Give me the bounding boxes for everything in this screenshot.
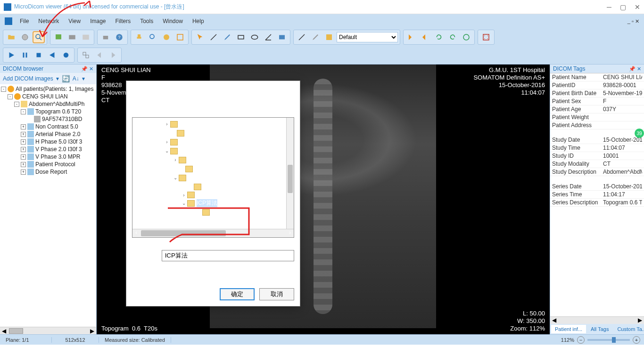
print-button[interactable] <box>99 31 112 43</box>
flip-h-button[interactable] <box>405 31 418 43</box>
zoom-out-button[interactable]: − <box>577 336 585 344</box>
export-image-button[interactable] <box>80 31 92 43</box>
pencil-tool-button[interactable] <box>221 31 233 43</box>
statusbar: Plane: 1/1 512x512 Measured size: Calibr… <box>0 334 644 345</box>
dicom-tags-panel: DICOM Tags 📌 ✕ Patient NameCENG SHUI LIA… <box>550 65 644 334</box>
overlay-bottom-left: Topogram 0.6 T20s <box>101 325 157 332</box>
tags-pin-icon[interactable]: 📌 ✕ <box>629 66 641 72</box>
ellipse-tool-button[interactable] <box>248 31 261 43</box>
play-button[interactable] <box>5 49 17 61</box>
scan-directory-button[interactable] <box>33 31 45 43</box>
prev-button[interactable] <box>93 49 106 61</box>
menu-file[interactable]: File <box>15 16 33 26</box>
window-level-button[interactable] <box>296 31 308 43</box>
toolbar-row-1: ? Default <box>0 28 644 46</box>
mdi-controls[interactable]: _ ▫ ✕ <box>627 18 642 24</box>
preset-select[interactable]: Default <box>337 32 398 42</box>
svg-rect-3 <box>56 34 61 40</box>
dialog-subtitle: Select a DICOM directory: <box>126 95 300 114</box>
svg-rect-25 <box>26 53 27 58</box>
cancel-button[interactable]: 取消 <box>259 288 294 300</box>
svg-point-27 <box>64 53 69 58</box>
sync-button[interactable] <box>80 49 92 61</box>
zoom-button[interactable] <box>147 31 159 43</box>
image-viewport[interactable]: CENG SHUI LIAN F 938628 5-Novem CT G.M.U… <box>97 65 550 334</box>
tab-custom-tags[interactable]: Custom Ta... <box>613 325 644 333</box>
tags-hscroll[interactable]: ◀▶ <box>550 316 644 324</box>
svg-rect-26 <box>37 53 41 57</box>
magnify-button[interactable] <box>160 31 173 43</box>
svg-line-12 <box>211 34 216 40</box>
save-image-button[interactable] <box>52 31 65 43</box>
menu-window[interactable]: Window <box>158 16 188 26</box>
zoom-slider[interactable] <box>587 339 630 341</box>
browser-hscroll[interactable]: ◀▶ <box>0 327 96 334</box>
close-button[interactable]: ✕ <box>635 3 640 11</box>
open-folder-button[interactable] <box>5 31 17 43</box>
zoom-in-button[interactable]: + <box>633 336 640 344</box>
notification-badge[interactable]: 39 <box>635 129 644 138</box>
prev-frame-button[interactable] <box>46 49 58 61</box>
dialog-close-button[interactable]: ✕ <box>288 86 294 95</box>
menu-filters[interactable]: Filters <box>111 16 136 26</box>
refresh-icon[interactable]: 🔄 <box>62 75 70 82</box>
dialog-folder-tree[interactable]: ›飞思卡尔 汇报 ›机器学习资料 ⌄图像处理 ›分割 配准 ⌄配准图像论文 CT… <box>132 117 294 238</box>
window-title: MicroDicom viewer (64 bit) unlicensed fo… <box>14 3 184 11</box>
folder-input[interactable] <box>162 250 294 261</box>
pause-button[interactable] <box>19 49 31 61</box>
rectangle-tool-button[interactable] <box>235 31 247 43</box>
tab-patient-info[interactable]: Patient inf... <box>551 325 586 333</box>
stop-button[interactable] <box>33 49 45 61</box>
pointer-tool-button[interactable] <box>194 31 206 43</box>
line-tool-button[interactable] <box>207 31 220 43</box>
text-tool-button[interactable] <box>276 31 288 43</box>
export-video-button[interactable] <box>66 31 78 43</box>
tab-all-tags[interactable]: All Tags <box>587 325 612 333</box>
lut-button[interactable] <box>323 31 335 43</box>
dialog-title: Select a DICOM directory: <box>132 87 198 94</box>
menu-network[interactable]: Network <box>33 16 64 26</box>
reset-button[interactable] <box>460 31 472 43</box>
next-button[interactable] <box>107 49 119 61</box>
angle-tool-button[interactable] <box>262 31 274 43</box>
help-button[interactable]: ? <box>113 31 125 43</box>
menu-view[interactable]: View <box>64 16 85 26</box>
svg-point-20 <box>484 35 485 36</box>
svg-point-22 <box>484 38 485 39</box>
fit-button[interactable] <box>174 31 186 43</box>
status-plane: Plane: 1/1 <box>0 337 52 343</box>
edit-preset-button[interactable] <box>309 31 322 43</box>
tags-grid[interactable]: Patient NameCENG SHUI LIANPatientID93862… <box>550 73 644 316</box>
pan-button[interactable] <box>133 31 145 43</box>
tags-title: DICOM Tags <box>553 65 585 72</box>
loop-button[interactable] <box>60 49 72 61</box>
svg-line-16 <box>299 34 305 40</box>
dialog-hscroll[interactable]: ‹› <box>132 229 294 237</box>
sort-icon[interactable]: A↓ <box>73 75 79 82</box>
minimize-button[interactable]: ─ <box>607 3 611 11</box>
dialog-vscroll[interactable] <box>286 118 294 229</box>
pin-icon[interactable]: 📌 ✕ <box>81 66 93 72</box>
svg-rect-6 <box>103 36 108 40</box>
svg-rect-4 <box>69 35 75 40</box>
toolbar-row-2 <box>0 46 644 64</box>
svg-point-9 <box>150 34 154 39</box>
rotate-cw-button[interactable] <box>446 31 459 43</box>
zoom-label: 112% <box>561 337 574 343</box>
maximize-button[interactable]: ▢ <box>620 3 626 11</box>
browser-tree[interactable]: -All patients(Patients: 1, Images -CENG … <box>0 84 96 327</box>
open-cd-button[interactable] <box>19 31 31 43</box>
status-size: 512x512 <box>52 337 99 343</box>
svg-point-23 <box>487 38 488 39</box>
menu-tools[interactable]: Tools <box>135 16 158 26</box>
flip-v-button[interactable] <box>419 31 431 43</box>
rotate-ccw-button[interactable] <box>433 31 445 43</box>
ok-button[interactable]: 确定 <box>220 288 255 300</box>
app-icon-small <box>5 17 12 25</box>
menu-image[interactable]: Image <box>85 16 110 26</box>
svg-rect-29 <box>86 55 89 58</box>
add-dicom-link[interactable]: Add DICOM images <box>3 75 53 82</box>
menu-help[interactable]: Help <box>188 16 209 26</box>
dicom-browser-panel: DICOM browser 📌 ✕ Add DICOM images ▾ 🔄 A… <box>0 65 97 334</box>
layout-button[interactable] <box>480 31 492 43</box>
